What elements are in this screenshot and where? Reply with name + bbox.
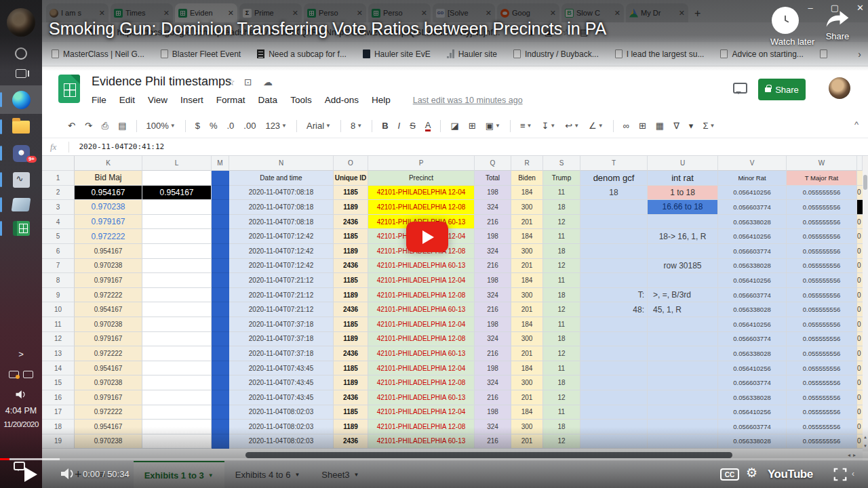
grid-cell-U19[interactable]: [648, 434, 718, 449]
grid-cell-V9[interactable]: 0.056603774: [718, 288, 787, 303]
grid-cell-V4[interactable]: 0.056338028: [718, 215, 787, 230]
grid-cell-V14[interactable]: 0.056410256: [718, 361, 787, 376]
grid-cell-P12[interactable]: 42101-PHILADELPHIA 12-08: [368, 332, 475, 347]
grid-cell-N17[interactable]: 2020-11-04T08:02:03: [229, 405, 334, 420]
play-icon[interactable]: [24, 467, 37, 482]
tab-close-icon[interactable]: ✕: [357, 9, 363, 18]
grid-cell-S18[interactable]: 18: [543, 420, 580, 434]
grid-cell-U18[interactable]: [648, 420, 718, 434]
grid-cell-U7[interactable]: row 30185: [648, 259, 718, 274]
file-explorer-icon[interactable]: [0, 118, 42, 136]
column-header-R[interactable]: R: [511, 156, 543, 171]
horizontal-scrollbar-thumb[interactable]: [245, 452, 732, 458]
grid-cell-P11[interactable]: 42101-PHILADELPHIA 12-04: [368, 317, 475, 332]
watch-later-control[interactable]: Watch later: [770, 7, 800, 47]
grid-cell-S10[interactable]: 12: [543, 302, 580, 317]
tab-close-icon[interactable]: ✕: [421, 9, 427, 18]
insert-chart-icon[interactable]: ▦: [656, 121, 664, 131]
grid-cell-Q6[interactable]: 324: [475, 244, 511, 259]
grid-cell-M9[interactable]: [212, 288, 229, 303]
start-avatar[interactable]: [0, 7, 42, 38]
grid-cell-K8[interactable]: 0.979167: [75, 273, 142, 288]
tab-close-icon[interactable]: ✕: [679, 9, 685, 18]
sheets-logo-icon[interactable]: [58, 75, 80, 103]
grid-cell-W12[interactable]: 0.055555556: [787, 332, 857, 347]
grid-cell-X7[interactable]: 0: [857, 259, 863, 274]
grid-cell-N1[interactable]: Date and time: [229, 171, 334, 186]
tab-close-icon[interactable]: ✕: [614, 9, 620, 18]
edge-icon[interactable]: [0, 88, 42, 111]
grid-cell-U16[interactable]: [648, 390, 718, 405]
grid-cell-W11[interactable]: 0.055555556: [787, 317, 857, 332]
grid-cell-P1[interactable]: Precinct: [368, 171, 475, 186]
star-document-icon[interactable]: ☆: [226, 77, 235, 87]
grid-cell-X17[interactable]: 0: [857, 405, 863, 420]
grid-cell-Q19[interactable]: 216: [475, 434, 511, 449]
grid-cell-M17[interactable]: [212, 405, 229, 420]
grid-cell-L2[interactable]: 0.954167: [142, 186, 212, 201]
grid-cell-S16[interactable]: 12: [543, 390, 580, 405]
grid-cell-L16[interactable]: [142, 390, 212, 405]
grid-cell-R8[interactable]: 184: [511, 273, 543, 288]
tray-cast-icons[interactable]: [0, 367, 42, 381]
watch-later-clock-icon[interactable]: [772, 7, 799, 34]
grid-cell-N5[interactable]: 2020-11-04T07:12:42: [229, 229, 334, 244]
grid-cell-S11[interactable]: 11: [543, 317, 580, 332]
grid-cell-U15[interactable]: [648, 375, 718, 390]
grid-cell-S14[interactable]: 11: [543, 361, 580, 376]
display-icon[interactable]: [23, 371, 33, 378]
grid-cell-N10[interactable]: 2020-11-04T07:21:12: [229, 302, 334, 317]
grid-cell-R2[interactable]: 184: [511, 186, 543, 201]
grid-cell-R17[interactable]: 184: [511, 405, 543, 420]
grid-cell-V3[interactable]: 0.056603774: [718, 200, 787, 215]
grid-cell-X16[interactable]: 0: [857, 390, 863, 405]
grid-cell-T15[interactable]: [580, 375, 648, 390]
grid-cell-M1[interactable]: [212, 171, 229, 186]
grid-cell-U3[interactable]: 16.66 to 18: [648, 200, 718, 215]
grid-cell-Q1[interactable]: Total: [475, 171, 511, 186]
row-number-15[interactable]: 15: [42, 375, 75, 390]
maximize-button[interactable]: ▢: [831, 3, 839, 13]
grid-cell-L1[interactable]: [142, 171, 212, 186]
grid-cell-P16[interactable]: 42101-PHILADELPHIA 60-13: [368, 390, 475, 405]
menu-tools[interactable]: Tools: [290, 95, 312, 105]
grid-cell-K13[interactable]: 0.972222: [75, 346, 142, 361]
row-number-7[interactable]: 7: [42, 259, 75, 274]
increase-decimal-icon[interactable]: .00: [243, 121, 256, 131]
row-number-10[interactable]: 10: [42, 302, 75, 317]
column-header-W[interactable]: W: [787, 156, 857, 171]
row-number-16[interactable]: 16: [42, 390, 75, 405]
grid-cell-N13[interactable]: 2020-11-04T07:37:18: [229, 346, 334, 361]
share-video-control[interactable]: Share: [825, 9, 850, 41]
grid-cell-V19[interactable]: 0.056338028: [718, 434, 787, 449]
row-number-13[interactable]: 13: [42, 346, 75, 361]
undo-icon[interactable]: ↶: [68, 121, 75, 131]
grid-cell-X14[interactable]: 0: [857, 361, 863, 376]
grid-cell-W6[interactable]: 0.055555556: [787, 244, 857, 259]
grid-cell-P15[interactable]: 42101-PHILADELPHIA 12-08: [368, 375, 475, 390]
grid-cell-W7[interactable]: 0.055555556: [787, 259, 857, 274]
grid-cell-W2[interactable]: 0.055555556: [787, 186, 857, 201]
menu-edit[interactable]: Edit: [119, 95, 135, 105]
grid-cell-T11[interactable]: [580, 317, 648, 332]
grid-cell-V12[interactable]: 0.056603774: [718, 332, 787, 347]
progress-bar[interactable]: [0, 458, 868, 460]
row-number-18[interactable]: 18: [42, 420, 75, 434]
grid-cell-Q2[interactable]: 198: [475, 186, 511, 201]
grid-cell-M11[interactable]: [212, 317, 229, 332]
column-header-N[interactable]: N: [229, 156, 334, 171]
grid-cell-O15[interactable]: 1189: [334, 375, 368, 390]
grid-cell-S12[interactable]: 18: [543, 332, 580, 347]
print-icon[interactable]: ⎙: [102, 121, 108, 131]
grid-cell-V15[interactable]: 0.056603774: [718, 375, 787, 390]
grid-cell-X13[interactable]: 0: [857, 346, 863, 361]
grid-cell-U12[interactable]: [648, 332, 718, 347]
grid-cell-L19[interactable]: [142, 434, 212, 449]
grid-cell-M4[interactable]: [212, 215, 229, 230]
grid-cell-X15[interactable]: 0: [857, 375, 863, 390]
grid-cell-U2[interactable]: 1 to 18: [648, 186, 718, 201]
merge-cells-icon[interactable]: ▣▼: [486, 121, 500, 131]
grid-cell-W3[interactable]: 0.055555556: [787, 200, 857, 215]
grid-cell-T16[interactable]: [580, 390, 648, 405]
grid-cell-S13[interactable]: 12: [543, 346, 580, 361]
